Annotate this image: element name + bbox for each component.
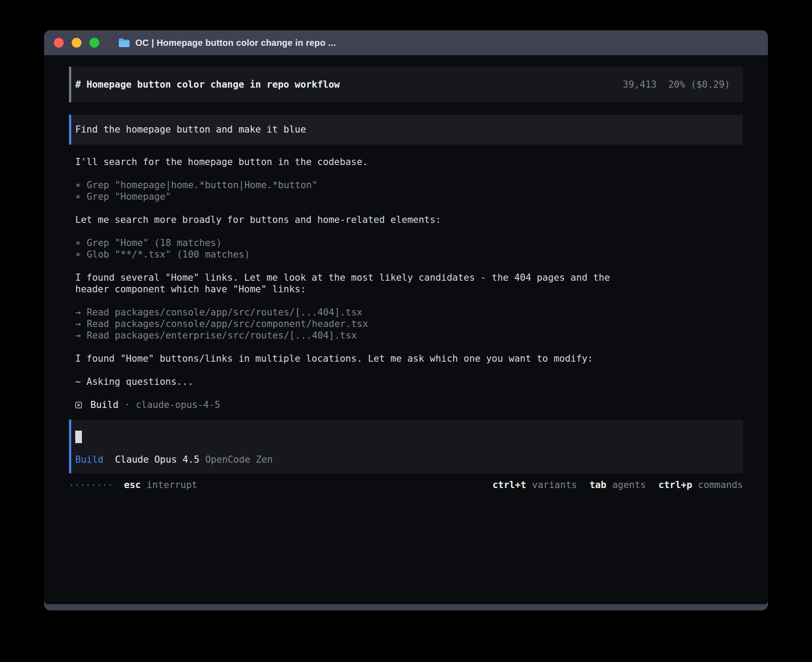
assistant-paragraph: I found several "Home" links. Let me loo… (75, 272, 625, 295)
agent-badge-icon (75, 402, 82, 408)
shortcut-agents: tab agents (589, 479, 646, 491)
tool-call: →Read packages/enterprise/src/routes/[..… (75, 330, 743, 341)
session-header: # Homepage button color change in repo w… (69, 67, 743, 102)
shortcut-label: variants (532, 479, 577, 491)
close-button[interactable] (54, 38, 64, 48)
tool-marker-icon: ∗ (75, 180, 81, 190)
esc-key-action: interrupt (146, 479, 197, 491)
agent-status-line: Build · claude-opus-4-5 (75, 399, 743, 411)
tool-call-group: ∗Grep "homepage|home.*button|Home.*butto… (75, 179, 743, 202)
session-title: # Homepage button color change in repo w… (75, 79, 340, 90)
assistant-paragraph: I found "Home" buttons/links in multiple… (75, 353, 625, 364)
arrow-right-icon: → (75, 319, 81, 329)
arrow-right-icon: → (75, 307, 81, 318)
terminal-window: OC | Homepage button color change in rep… (44, 30, 768, 610)
shortcut-variants: ctrl+t variants (492, 479, 577, 491)
tool-call-group: ∗Grep "Home" (18 matches) ∗Glob "**/*.ts… (75, 237, 743, 260)
window-title: OC | Homepage button color change in rep… (135, 38, 336, 48)
status-bar: ········ esc interrupt ctrl+t variants t… (69, 479, 743, 491)
terminal-content: # Homepage button color change in repo w… (44, 55, 768, 604)
traffic-lights (54, 38, 99, 48)
shortcut-key: ctrl+p (658, 479, 692, 491)
token-count: 39,413 (623, 79, 657, 90)
context-usage: 20% ($0.29) (668, 79, 730, 90)
zoom-button[interactable] (89, 38, 99, 48)
spinner-dots-icon: ········ (69, 479, 114, 491)
user-message: Find the homepage button and make it blu… (69, 115, 743, 145)
working-status: ~ Asking questions... (75, 376, 625, 388)
tool-call-text: Grep "Homepage" (87, 191, 171, 202)
tool-call-text: Read packages/console/app/src/component/… (87, 319, 368, 329)
user-message-text: Find the homepage button and make it blu… (75, 124, 306, 135)
titlebar[interactable]: OC | Homepage button color change in rep… (44, 30, 768, 55)
shortcut-label: agents (612, 479, 646, 491)
assistant-paragraph: I'll search for the homepage button in t… (75, 156, 625, 168)
status-bar-left: ········ esc interrupt (69, 479, 197, 491)
tool-call: →Read packages/console/app/src/component… (75, 318, 743, 330)
tool-call: ∗Glob "**/*.tsx" (100 matches) (75, 249, 743, 260)
title-area: OC | Homepage button color change in rep… (119, 38, 336, 48)
minimize-button[interactable] (72, 38, 81, 48)
tool-call: ∗Grep "homepage|home.*button|Home.*butto… (75, 179, 743, 191)
tool-call-text: Read packages/console/app/src/routes/[..… (87, 307, 363, 318)
provider-label: OpenCode Zen (205, 454, 273, 465)
desktop-background: OC | Homepage button color change in rep… (0, 0, 812, 662)
text-cursor (75, 431, 82, 443)
folder-icon (119, 38, 130, 47)
assistant-paragraph: Let me search more broadly for buttons a… (75, 214, 625, 226)
agent-name: Build (90, 399, 118, 411)
tool-call: ∗Grep "Homepage" (75, 191, 743, 202)
agent-model: claude-opus-4-5 (136, 399, 220, 411)
tool-call-text: Read packages/enterprise/src/routes/[...… (87, 330, 357, 341)
tool-call-text: Grep "homepage|home.*button|Home.*button… (87, 180, 317, 190)
model-label: Claude Opus 4.5 (115, 454, 199, 465)
agent-mode-label: Build (75, 454, 103, 465)
shortcut-key: tab (589, 479, 606, 491)
shortcut-commands: ctrl+p commands (658, 479, 743, 491)
shortcut-key: ctrl+t (492, 479, 526, 491)
tool-call: →Read packages/console/app/src/routes/[.… (75, 307, 743, 318)
prompt-input[interactable]: Build Claude Opus 4.5 OpenCode Zen (69, 420, 743, 473)
shortcut-label: commands (698, 479, 743, 491)
separator-dot: · (124, 399, 130, 411)
arrow-right-icon: → (75, 330, 81, 341)
tool-marker-icon: ∗ (75, 249, 81, 260)
input-modeline: Build Claude Opus 4.5 OpenCode Zen (75, 454, 730, 465)
tool-call: ∗Grep "Home" (18 matches) (75, 237, 743, 249)
session-stats: 39,413 20% ($0.29) (623, 79, 730, 90)
tool-call-text: Glob "**/*.tsx" (100 matches) (87, 249, 250, 260)
tool-marker-icon: ∗ (75, 238, 81, 248)
esc-key-hint: esc (124, 479, 141, 491)
tool-call-text: Grep "Home" (18 matches) (87, 238, 222, 248)
tool-marker-icon: ∗ (75, 191, 81, 202)
tool-call-group: →Read packages/console/app/src/routes/[.… (75, 307, 743, 341)
status-bar-shortcuts: ctrl+t variants tab agents ctrl+p comman… (492, 479, 743, 491)
